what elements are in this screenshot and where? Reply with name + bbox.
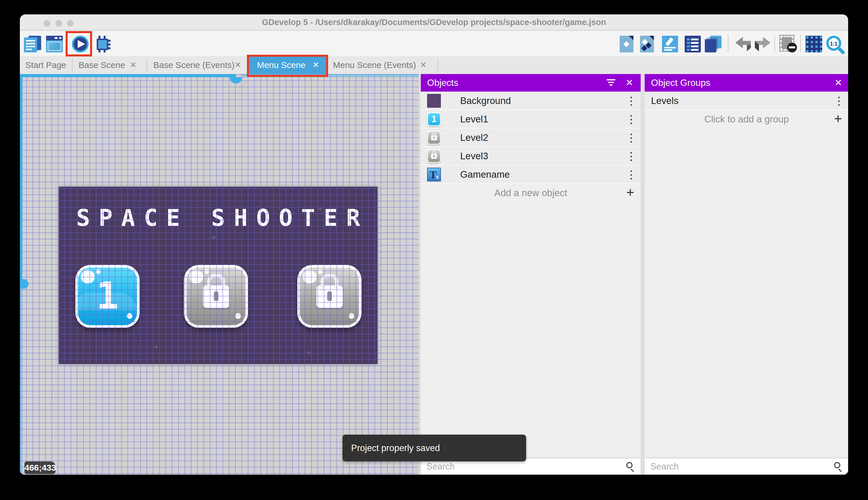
toggle-object-groups-icon[interactable]	[640, 36, 654, 53]
add-object-row[interactable]: Add a new object +	[421, 184, 641, 202]
project-manager-icon[interactable]	[24, 36, 41, 53]
row-menu-icon[interactable]: ⋮	[626, 110, 634, 128]
toolbar-separator	[728, 35, 728, 53]
level1-button[interactable]: 1	[75, 265, 140, 328]
object-row-level1[interactable]: 1 Level1 ⋮	[421, 110, 641, 128]
toolbar-separator	[774, 35, 775, 53]
close-tab-icon[interactable]: ✕	[235, 56, 241, 74]
close-tab-icon[interactable]: ✕	[420, 56, 426, 74]
row-menu-icon[interactable]: ⋮	[833, 92, 842, 110]
row-menu-icon[interactable]: ⋮	[626, 128, 634, 147]
layers-icon[interactable]	[705, 36, 722, 53]
star-decoration: +	[306, 348, 312, 358]
redo-icon[interactable]	[754, 36, 772, 53]
scene-border-handle-top[interactable]	[230, 77, 242, 83]
game-scene-preview[interactable]: SPACE SHOOTER + + + + + + 1	[59, 186, 378, 364]
level3-button-locked[interactable]	[297, 265, 362, 328]
editor-tab-bar: Start Page Base Scene ✕ Base Scene (Even…	[20, 56, 848, 74]
object-row-level2[interactable]: Level2 ⋮	[421, 128, 641, 147]
background-thumbnail	[427, 94, 441, 108]
cursor-coordinates-badge: 466;433	[24, 462, 56, 474]
highlight-play-button	[66, 31, 92, 56]
add-object-icon[interactable]: +	[626, 184, 634, 202]
scene-window-icon[interactable]	[46, 36, 63, 53]
toggle-grid-icon[interactable]	[806, 36, 822, 53]
tab-divider	[437, 58, 438, 72]
tab-divider	[146, 58, 147, 72]
toggle-mask-icon[interactable]	[780, 36, 797, 53]
star-decoration: +	[318, 204, 323, 214]
object-groups-header: Object Groups ✕	[645, 74, 848, 92]
groups-search-bar	[645, 458, 848, 475]
row-menu-icon[interactable]: ⋮	[626, 92, 634, 110]
level2-button-locked[interactable]	[184, 265, 248, 328]
groups-search-input[interactable]	[650, 458, 793, 475]
tab-start-page[interactable]: Start Page	[25, 56, 66, 74]
add-group-row[interactable]: Click to add a group +	[645, 110, 848, 128]
debug-icon[interactable]	[94, 36, 110, 53]
lock-icon	[203, 285, 230, 308]
close-panel-icon[interactable]: ✕	[622, 74, 637, 92]
svg-text:1:1: 1:1	[830, 41, 837, 47]
object-row-gamename[interactable]: Tx Gamename ⋮	[421, 165, 641, 184]
screen: GDevelop 5 - /Users/dkarakay/Documents/G…	[0, 0, 868, 500]
tab-base-scene[interactable]: Base Scene	[79, 56, 125, 74]
filter-icon[interactable]	[606, 79, 616, 87]
tab-menu-scene-events[interactable]: Menu Scene (Events)	[333, 56, 416, 74]
highlight-menu-scene-tab	[247, 55, 328, 77]
row-menu-icon[interactable]: ⋮	[626, 165, 634, 184]
instances-list-icon[interactable]	[685, 36, 701, 53]
title-bar: GDevelop 5 - /Users/dkarakay/Documents/G…	[20, 14, 848, 31]
object-groups-title: Object Groups	[651, 74, 710, 92]
level1-thumbnail: 1	[427, 112, 441, 126]
close-tab-icon[interactable]: ✕	[130, 56, 137, 74]
scene-editor-canvas[interactable]: SPACE SHOOTER + + + + + + 1	[20, 74, 419, 475]
scene-game-title: SPACE SHOOTER	[59, 204, 378, 231]
object-row-level3[interactable]: Level3 ⋮	[421, 147, 641, 165]
lock-icon	[316, 285, 343, 308]
objects-panel-title: Objects	[427, 74, 458, 92]
star-decoration: +	[211, 233, 216, 242]
toggle-objects-panel-icon[interactable]	[620, 36, 633, 53]
app-window: GDevelop 5 - /Users/dkarakay/Documents/G…	[20, 14, 848, 475]
window-title: GDevelop 5 - /Users/dkarakay/Documents/G…	[20, 14, 848, 30]
gamename-thumbnail: Tx	[427, 168, 441, 181]
undo-icon[interactable]	[734, 36, 751, 53]
row-menu-icon[interactable]: ⋮	[626, 147, 634, 165]
toolbar-separator	[800, 35, 801, 53]
scene-window-border-top	[20, 74, 236, 77]
properties-icon[interactable]	[662, 36, 678, 53]
save-toast: Project properly saved	[342, 435, 526, 462]
panel-divider	[419, 74, 421, 475]
level2-thumbnail	[427, 131, 441, 145]
close-panel-icon[interactable]: ✕	[831, 74, 846, 92]
objects-panel-header: Objects ✕	[421, 74, 641, 92]
scene-window-border-left-ext	[20, 284, 22, 475]
panel-divider	[641, 74, 645, 475]
main-toolbar: 1:1	[20, 31, 848, 56]
content-area: SPACE SHOOTER + + + + + + 1	[20, 74, 848, 475]
add-group-icon[interactable]: +	[834, 110, 842, 128]
zoom-1-1-icon[interactable]: 1:1	[826, 35, 845, 54]
object-groups-panel: Object Groups ✕ Levels ⋮ Click to add a …	[645, 74, 848, 475]
objects-panel: Objects ✕ Background ⋮ 1 Level1 ⋮ Level2	[421, 74, 641, 475]
star-decoration: +	[154, 342, 159, 352]
group-row-levels[interactable]: Levels ⋮	[645, 92, 848, 110]
level3-thumbnail	[427, 149, 441, 163]
scene-border-handle-left[interactable]	[20, 279, 28, 289]
object-row-background[interactable]: Background ⋮	[421, 92, 641, 110]
scene-window-border-left	[20, 74, 22, 284]
search-icon	[626, 462, 633, 468]
tab-divider	[72, 58, 72, 72]
search-icon	[834, 462, 840, 468]
tab-base-scene-events[interactable]: Base Scene (Events)	[153, 56, 235, 74]
